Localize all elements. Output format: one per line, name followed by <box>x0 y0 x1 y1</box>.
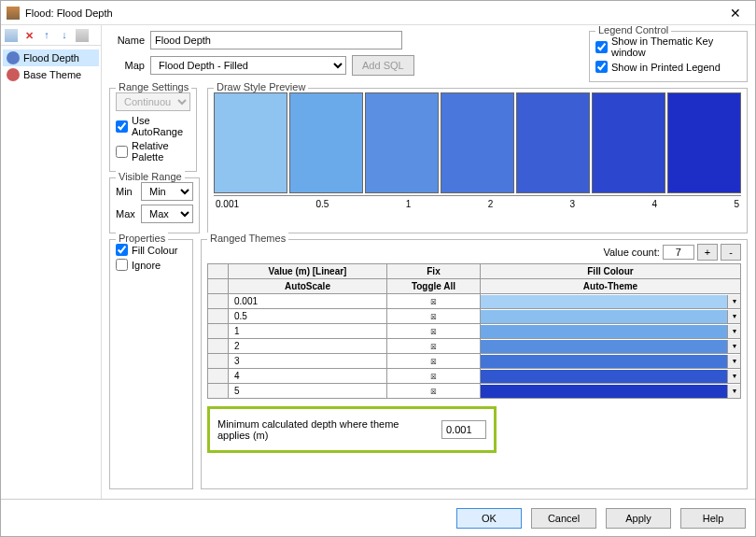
row-header[interactable] <box>208 369 229 384</box>
ok-button[interactable]: OK <box>456 508 522 529</box>
max-label: Max <box>116 208 138 219</box>
value-cell[interactable]: 2 <box>229 339 387 354</box>
min-depth-input[interactable] <box>441 420 486 439</box>
value-cell[interactable]: 5 <box>229 384 387 399</box>
colour-dropdown-icon[interactable]: ▾ <box>727 310 740 323</box>
help-button[interactable]: Help <box>680 508 746 529</box>
row-header[interactable] <box>208 384 229 399</box>
fill-colour-cell[interactable]: ▾ <box>481 369 741 384</box>
fix-cell[interactable]: ☒ <box>387 384 481 399</box>
row-header[interactable] <box>208 309 229 324</box>
preview-swatch <box>441 92 514 193</box>
value-cell[interactable]: 3 <box>229 354 387 369</box>
tick-label: 1 <box>406 199 412 209</box>
range-settings-title: Range Settings <box>116 81 191 92</box>
row-header[interactable] <box>208 294 229 309</box>
fix-cell[interactable]: ☒ <box>387 324 481 339</box>
map-label: Map <box>109 60 145 71</box>
map-select[interactable]: Flood Depth - Filled <box>150 56 346 75</box>
tick-label: 2 <box>488 199 494 209</box>
value-cell[interactable]: 4 <box>229 369 387 384</box>
fill-colour-checkbox[interactable]: Fill Colour <box>116 244 187 256</box>
show-thematic-checkbox[interactable]: Show in Thematic Key window <box>595 35 741 58</box>
legend-control-group: Legend Control Show in Thematic Key wind… <box>589 31 748 82</box>
close-button[interactable]: ✕ <box>721 6 749 21</box>
fill-colour-cell[interactable]: ▾ <box>481 354 741 369</box>
value-count-minus[interactable]: - <box>721 244 741 261</box>
preview-swatch <box>289 92 363 193</box>
add-sql-button[interactable]: Add SQL <box>352 55 414 76</box>
colour-dropdown-icon[interactable]: ▾ <box>727 355 740 368</box>
fill-colour-cell[interactable]: ▾ <box>481 309 741 324</box>
apply-button[interactable]: Apply <box>606 508 671 529</box>
col-fill: Fill Colour <box>481 264 741 279</box>
fill-colour-cell[interactable]: ▾ <box>481 294 741 309</box>
row-header[interactable] <box>208 324 229 339</box>
col-fix: Fix <box>387 264 481 279</box>
show-printed-checkbox[interactable]: Show in Printed Legend <box>595 61 741 73</box>
visible-range-group: Visible Range MinMin MaxMax <box>109 177 200 233</box>
sub-autoscale[interactable]: AutoScale <box>229 279 387 294</box>
table-row: 0.001☒▾ <box>208 294 741 309</box>
max-select[interactable]: Max <box>141 205 193 223</box>
fix-cell[interactable]: ☒ <box>387 339 481 354</box>
value-count-plus[interactable]: + <box>697 244 718 261</box>
theme-tree: Flood DepthBase Theme <box>1 46 101 499</box>
tree-item[interactable]: Flood Depth <box>3 49 99 66</box>
tree-item-label: Base Theme <box>23 69 81 80</box>
value-cell[interactable]: 0.5 <box>229 309 387 324</box>
move-down-icon[interactable]: ↓ <box>58 29 71 42</box>
move-up-icon[interactable]: ↑ <box>40 29 53 42</box>
table-row: 5☒▾ <box>208 384 741 399</box>
fix-cell[interactable]: ☒ <box>387 354 481 369</box>
theme-icon <box>7 51 20 64</box>
name-input[interactable] <box>150 31 402 49</box>
ignore-checkbox[interactable]: Ignore <box>116 259 187 271</box>
range-settings-group: Range Settings Continuous Use AutoRange … <box>109 88 197 172</box>
fix-cell[interactable]: ☒ <box>387 294 481 309</box>
value-count-input[interactable] <box>663 245 694 260</box>
window-title: Flood: Flood Depth <box>25 7 721 19</box>
row-header[interactable] <box>208 339 229 354</box>
table-row: 4☒▾ <box>208 369 741 384</box>
min-depth-label: Minimum calculated depth where theme app… <box>217 418 434 441</box>
row-header[interactable] <box>208 354 229 369</box>
colour-dropdown-icon[interactable]: ▾ <box>727 385 740 398</box>
name-label: Name <box>109 35 145 46</box>
value-cell[interactable]: 1 <box>229 324 387 339</box>
copy-icon[interactable] <box>76 29 89 42</box>
draw-style-preview-group: Draw Style Preview 0.0010.512345 <box>207 88 748 233</box>
cancel-button[interactable]: Cancel <box>531 508 596 529</box>
colour-dropdown-icon[interactable]: ▾ <box>727 370 740 383</box>
side-toolbar: ✕ ↑ ↓ <box>1 25 101 46</box>
fill-colour-cell[interactable]: ▾ <box>481 339 741 354</box>
delete-icon[interactable]: ✕ <box>22 29 35 42</box>
dialog-footer: OK Cancel Apply Help <box>1 499 755 536</box>
sub-autotheme[interactable]: Auto-Theme <box>481 279 741 294</box>
col-value: Value (m) [Linear] <box>229 264 387 279</box>
fill-colour-cell[interactable]: ▾ <box>481 324 741 339</box>
colour-dropdown-icon[interactable]: ▾ <box>727 295 740 308</box>
sub-toggle[interactable]: Toggle All <box>387 279 481 294</box>
colour-dropdown-icon[interactable]: ▾ <box>727 325 740 338</box>
value-cell[interactable]: 0.001 <box>229 294 387 309</box>
properties-group: Properties Fill Colour Ignore <box>109 239 193 489</box>
new-theme-icon[interactable] <box>5 29 18 42</box>
min-select[interactable]: Min <box>141 182 193 201</box>
use-autorange-checkbox[interactable]: Use AutoRange <box>116 115 190 137</box>
properties-title: Properties <box>116 233 168 244</box>
tree-item[interactable]: Base Theme <box>3 66 99 83</box>
preview-ticks: 0.0010.512345 <box>214 195 741 212</box>
relative-palette-checkbox[interactable]: Relative Palette <box>116 140 190 163</box>
visible-range-title: Visible Range <box>116 171 185 182</box>
table-row: 3☒▾ <box>208 354 741 369</box>
min-label: Min <box>116 186 138 197</box>
colour-dropdown-icon[interactable]: ▾ <box>727 340 740 353</box>
fix-cell[interactable]: ☒ <box>387 369 481 384</box>
draw-preview-title: Draw Style Preview <box>214 81 308 92</box>
table-row: 0.5☒▾ <box>208 309 741 324</box>
fill-colour-cell[interactable]: ▾ <box>481 384 741 399</box>
fix-cell[interactable]: ☒ <box>387 309 481 324</box>
preview-swatch <box>365 92 439 193</box>
range-mode-select[interactable]: Continuous <box>116 92 190 111</box>
